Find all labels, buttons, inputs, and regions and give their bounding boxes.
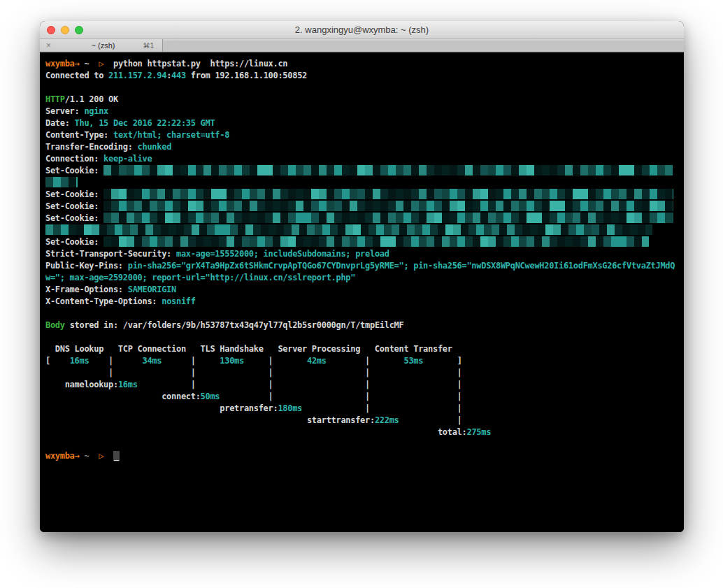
terminal-line: Public-Key-Pins: pin-sha256="grX4Ta9HpZx… xyxy=(45,260,678,272)
terminal-line: total:275ms xyxy=(45,426,678,438)
terminal-line: Connected to 211.157.2.94:443 from 192.1… xyxy=(45,70,678,82)
terminal-line: X-Frame-Options: SAMEORIGIN xyxy=(45,284,678,296)
tab-bar: × ~ (zsh) ⌘1 xyxy=(40,39,684,52)
terminal-screen[interactable]: wxymba→ ~ ▷ python httpstat.py https://l… xyxy=(40,52,684,532)
terminal-line: starttransfer:222ms | xyxy=(45,415,678,426)
terminal-line: Set-Cookie: xyxy=(45,165,678,177)
redacted-cookie-value xyxy=(45,224,652,235)
terminal-line: wxymba→ ~ ▷ python httpstat.py https://l… xyxy=(45,58,678,70)
redacted-cookie-value xyxy=(45,177,78,187)
terminal-line: Set-Cookie: xyxy=(45,201,678,213)
terminal-line: Connection: keep-alive xyxy=(45,153,678,165)
traffic-lights xyxy=(47,26,83,34)
terminal-line: pretransfer:180ms | | xyxy=(45,403,678,415)
terminal-line: Date: Thu, 15 Dec 2016 22:22:35 GMT xyxy=(45,117,678,129)
terminal-window: 2. wangxingyu@wxymba: ~ (zsh) × ~ (zsh) … xyxy=(40,21,684,532)
desktop-background: 2. wangxingyu@wxymba: ~ (zsh) × ~ (zsh) … xyxy=(0,0,723,588)
terminal-line xyxy=(45,331,678,343)
redacted-cookie-value xyxy=(103,165,673,175)
terminal-line: Strict-Transport-Security: max-age=15552… xyxy=(45,248,678,260)
terminal-line: Body stored in: /var/folders/9b/h53787tx… xyxy=(45,320,678,331)
terminal-line: Set-Cookie: xyxy=(45,236,678,248)
terminal-line: connect:50ms | | | xyxy=(45,391,678,403)
zoom-button[interactable] xyxy=(75,26,83,34)
terminal-line: namelookup:16ms | | | | xyxy=(45,379,678,391)
redacted-cookie-value xyxy=(103,201,673,211)
tab-bar-filler xyxy=(163,39,684,52)
redacted-cookie-value xyxy=(103,236,649,247)
terminal-line: Set-Cookie: xyxy=(45,189,678,201)
redacted-cookie-value xyxy=(103,189,673,199)
close-button[interactable] xyxy=(47,26,55,34)
terminal-line xyxy=(45,438,678,450)
redacted-cookie-value xyxy=(103,213,673,223)
terminal-line: wxymba→ ~ ▷ _ xyxy=(45,450,678,462)
terminal-cursor: _ xyxy=(113,451,120,461)
terminal-line: X-Content-Type-Options: nosniff xyxy=(45,296,678,308)
terminal-line: HTTP/1.1 200 OK xyxy=(45,94,678,106)
terminal-line xyxy=(45,224,678,236)
window-title: 2. wangxingyu@wxymba: ~ (zsh) xyxy=(40,24,684,35)
terminal-line: | | | | | xyxy=(45,367,678,379)
terminal-line xyxy=(45,177,678,189)
tab-shortcut-badge: ⌘1 xyxy=(143,42,154,50)
terminal-line: w="; max-age=2592000; report-url="http:/… xyxy=(45,272,678,284)
terminal-line: Set-Cookie: xyxy=(45,213,678,224)
terminal-line: Content-Type: text/html; charset=utf-8 xyxy=(45,129,678,141)
tab-zsh[interactable]: × ~ (zsh) ⌘1 xyxy=(40,39,163,52)
close-tab-icon[interactable]: × xyxy=(46,41,51,50)
minimize-button[interactable] xyxy=(61,26,69,34)
terminal-line xyxy=(45,82,678,94)
terminal-line: Transfer-Encoding: chunked xyxy=(45,141,678,153)
title-bar[interactable]: 2. wangxingyu@wxymba: ~ (zsh) xyxy=(40,21,684,39)
terminal-line: DNS Lookup TCP Connection TLS Handshake … xyxy=(45,343,678,355)
terminal-line: [ 16ms | 34ms | 130ms | 42ms | 53ms ] xyxy=(45,355,678,367)
terminal-line: Server: nginx xyxy=(45,106,678,117)
terminal-line xyxy=(45,308,678,320)
